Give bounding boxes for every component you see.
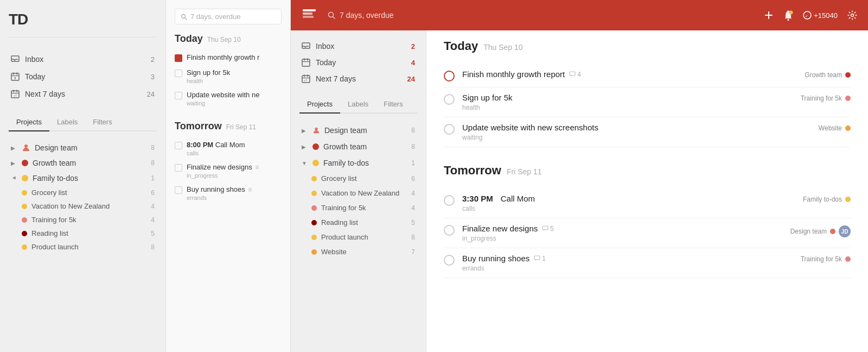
task-checkbox[interactable] — [175, 164, 182, 172]
avatar: JD — [839, 225, 851, 237]
project-growth-team[interactable]: ▶ Growth team 8 — [9, 155, 157, 171]
svg-rect-39 — [534, 256, 540, 260]
top-search[interactable]: 7 days, overdue — [328, 11, 764, 20]
sub-vacation-count: 4 — [151, 203, 155, 210]
task-finalize-designs[interactable]: Finalize new designs ≡ in_progress — [175, 160, 282, 182]
p3-today-label: Today — [316, 58, 406, 67]
arrow-icon: ▶ — [11, 145, 17, 151]
task-body: Finalize new designs ≡ in_progress — [187, 163, 259, 179]
p3-reading-count: 5 — [411, 219, 415, 227]
sub-vacation-nz[interactable]: Vacation to New Zealand 4 — [9, 199, 157, 213]
task-circle[interactable] — [444, 225, 455, 236]
label-name: Training for 5k — [801, 95, 842, 102]
comment-icon — [534, 255, 540, 261]
nav-inbox[interactable]: Inbox 2 — [9, 51, 157, 68]
proj-family-count: 1 — [151, 174, 155, 182]
task-buy-shoes[interactable]: Buy running shoes ≡ errands — [175, 182, 282, 204]
settings-icon[interactable] — [847, 10, 857, 20]
task-body: 3:30 PM Call Mom calls — [462, 194, 795, 212]
svg-point-24 — [182, 14, 186, 18]
p3-today-count: 4 — [411, 59, 415, 67]
p3-nav-inbox[interactable]: Inbox 2 — [299, 38, 417, 54]
task-label: Family to-dos — [803, 194, 851, 203]
svg-rect-2 — [303, 16, 314, 18]
sub-grocery-count: 6 — [151, 189, 155, 197]
p3-sub-grocery[interactable]: Grocery list 6 — [299, 171, 417, 186]
nav-today[interactable]: 3 Today 3 — [9, 68, 157, 85]
p4-task-finalize-designs[interactable]: Finalize new designs 5 in_progress Desig… — [444, 218, 851, 248]
comment-count: 4 — [569, 71, 581, 78]
p3-tab-labels[interactable]: Labels — [340, 96, 376, 114]
task-finish-growth[interactable]: Finish monthly growth r — [175, 50, 282, 65]
p3-sub-reading[interactable]: Reading list 5 — [299, 215, 417, 230]
task-sub: waiting — [462, 134, 811, 141]
sub-reading-list[interactable]: Reading list 5 — [9, 227, 157, 240]
search-placeholder: 7 days, overdue — [190, 12, 241, 21]
comment-icon — [569, 71, 576, 77]
p3-project-design-team[interactable]: ▶ Design team 8 — [299, 122, 417, 139]
bell-icon[interactable] — [783, 10, 793, 21]
task-checkbox[interactable] — [175, 92, 182, 99]
p3-vacation-name: Vacation to New Zealand — [321, 189, 407, 197]
task-update-website[interactable]: Update website with ne waiting — [175, 87, 282, 110]
p3-grocery-name: Grocery list — [321, 174, 407, 183]
p3-sub-vacation[interactable]: Vacation to New Zealand 4 — [299, 186, 417, 200]
task-circle[interactable] — [444, 255, 455, 266]
task-checkbox[interactable] — [175, 186, 182, 194]
task-checkbox[interactable] — [175, 142, 182, 149]
grocery-dot — [311, 176, 317, 181]
task-body: Buy running shoes 1 errands — [462, 254, 793, 272]
p3-tab-filters[interactable]: Filters — [376, 96, 410, 114]
add-icon[interactable] — [764, 10, 774, 20]
task-time: 8:00 PM — [187, 141, 213, 149]
tab-filters[interactable]: Filters — [85, 114, 119, 131]
task-sub: health — [462, 104, 793, 111]
task-checkbox[interactable] — [175, 54, 182, 62]
vacation-dot — [311, 191, 317, 196]
today-header: Today Thu Sep 10 — [175, 33, 282, 45]
sub-product-launch[interactable]: Product launch 8 — [9, 240, 157, 254]
task-circle[interactable] — [444, 195, 455, 206]
p3-sub-website[interactable]: Website 7 — [299, 244, 417, 259]
p3-sub-training[interactable]: Training for 5k 4 — [299, 200, 417, 215]
p4-task-buy-shoes[interactable]: Buy running shoes 1 errands Training for… — [444, 248, 851, 278]
task-circle[interactable] — [444, 124, 455, 135]
svg-rect-0 — [303, 9, 316, 11]
project-family-todos[interactable]: ▼ Family to-dos 1 — [9, 171, 157, 186]
p4-task-signup-5k[interactable]: Sign up for 5k health Training for 5k — [444, 87, 851, 117]
sub-grocery-list[interactable]: Grocery list 6 — [9, 186, 157, 199]
nav-next7[interactable]: +7 Next 7 days 24 — [9, 85, 157, 103]
nav-today-count: 3 — [151, 73, 155, 81]
tab-labels[interactable]: Labels — [49, 114, 85, 131]
task-name: Buy running shoes ≡ — [187, 185, 252, 193]
p4-today-header: Today Thu Sep 10 — [444, 39, 851, 53]
training-dot — [22, 217, 27, 223]
p3-nav-today[interactable]: Today 4 — [299, 54, 417, 71]
p3-reading-name: Reading list — [321, 218, 407, 227]
p3-website-name: Website — [321, 248, 407, 256]
p3-project-growth-team[interactable]: ▶ Growth team 8 — [299, 139, 417, 155]
task-call-mom[interactable]: 8:00 PM Call Mom calls — [175, 137, 282, 160]
p3-nav-next7[interactable]: +7 Next 7 days 24 — [299, 71, 417, 87]
task-label: Training for 5k — [801, 93, 851, 102]
search-box[interactable]: 7 days, overdue — [175, 9, 282, 24]
task-circle[interactable] — [444, 71, 455, 81]
task-signup-5k[interactable]: Sign up for 5k health — [175, 65, 282, 87]
p4-task-finish-growth[interactable]: Finish monthly growth report 4 Growth te… — [444, 64, 851, 87]
p4-task-update-website[interactable]: Update website with new screenshots wait… — [444, 117, 851, 147]
project-design-team[interactable]: ▶ Design team 8 — [9, 140, 157, 155]
task-label: Design team JD — [790, 224, 851, 237]
task-circle[interactable] — [444, 94, 455, 105]
p3-project-family-todos[interactable]: ▼ Family to-dos 1 — [299, 155, 417, 171]
task-label: Website — [819, 123, 851, 132]
p4-tomorrow-date: Fri Sep 11 — [507, 167, 542, 176]
p3-sub-product[interactable]: Product launch 8 — [299, 230, 417, 244]
tab-projects[interactable]: Projects — [9, 114, 49, 131]
p4-task-call-mom[interactable]: 3:30 PM Call Mom calls Family to-dos — [444, 188, 851, 218]
top-bar: 7 days, overdue ✓ +15040 — [291, 0, 868, 30]
task-checkbox[interactable] — [175, 70, 182, 77]
p3-product-count: 8 — [411, 234, 415, 241]
p3-tab-projects[interactable]: Projects — [299, 96, 340, 114]
sub-training-5k[interactable]: Training for 5k 4 — [9, 213, 157, 227]
projects-tabs-row: Projects Labels Filters — [9, 114, 157, 131]
